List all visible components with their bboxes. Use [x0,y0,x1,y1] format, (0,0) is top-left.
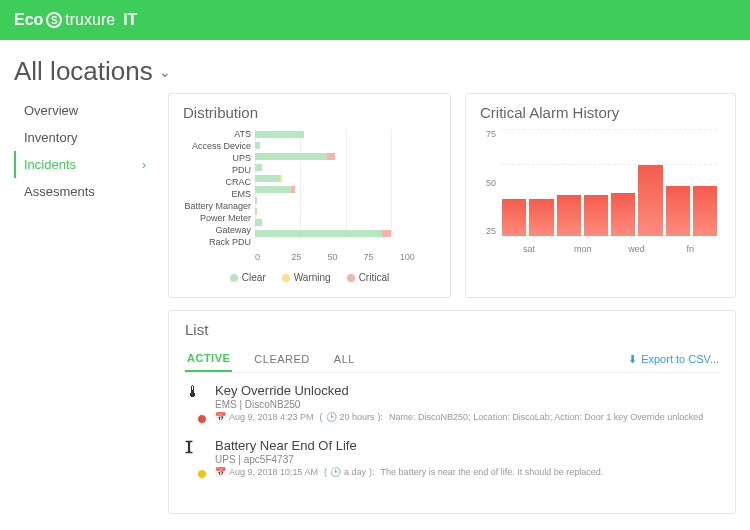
distribution-card: Distribution ATSAccess DeviceUPSPDUCRACE… [168,93,451,298]
dist-category-label: CRAC [225,177,251,188]
dist-bar [255,162,436,173]
alarm-bar [666,186,690,236]
dist-category-label: Power Meter [200,213,251,224]
dist-category-label: Access Device [192,141,251,152]
list-tabs: ACTIVE CLEARED ALL ⬇ Export to CSV... [185,346,719,373]
sidebar: Overview Inventory Incidents › Assesment… [14,93,154,205]
brand-suffix: IT [123,11,137,29]
legend-warning: Warning [294,272,331,283]
alarm-bar [638,165,662,236]
incident-sub: EMS | DiscoNB250 [215,399,719,410]
dist-bar [255,184,436,195]
dist-category-label: PDU [232,165,251,176]
alarm-history-title: Critical Alarm History [480,104,721,121]
dist-bar [255,206,436,217]
sidebar-item-inventory[interactable]: Inventory [14,124,154,151]
chevron-right-icon: › [142,158,146,172]
sidebar-item-label: Assesments [24,184,95,199]
brand-glyph-icon: S [46,12,62,28]
alarm-bar [584,195,608,236]
incident-title: Key Override Unlocked [215,383,719,398]
location-label: All locations [14,56,153,87]
brand-logo: Eco S truxure IT [14,11,137,29]
incident-sub: UPS | apc5F4737 [215,454,719,465]
sidebar-item-overview[interactable]: Overview [14,97,154,124]
clock-icon: 🕒 [330,467,341,477]
y-tick: 25 [480,226,496,236]
incident-meta: 📅Aug 9, 2018 10:15 AM (🕒 a day): The bat… [215,467,719,477]
dist-category-label: Gateway [215,225,251,236]
brand-post: truxure [65,11,115,29]
severity-badge-warning [197,469,207,479]
dist-bar [255,217,436,228]
incident-title: Battery Near End Of Life [215,438,719,453]
sidebar-item-incidents[interactable]: Incidents › [14,151,154,178]
incident-row[interactable]: ⵊ Battery Near End Of Life UPS | apc5F47… [185,428,719,483]
dist-category-label: EMS [231,189,251,200]
calendar-icon: 📅 [215,412,226,422]
export-csv-link[interactable]: ⬇ Export to CSV... [628,353,719,366]
distribution-title: Distribution [183,104,436,121]
x-tick: 50 [327,252,363,262]
alarm-bar [611,193,635,236]
tab-active[interactable]: ACTIVE [185,346,232,372]
x-tick: 25 [291,252,327,262]
alarm-bar [693,186,717,236]
sidebar-item-label: Inventory [24,130,77,145]
sidebar-item-assessments[interactable]: Assesments [14,178,154,205]
dist-bar [255,173,436,184]
dist-category-label: Rack PDU [209,237,251,248]
x-tick: sat [502,244,556,254]
x-tick: wed [610,244,664,254]
alarm-history-card: Critical Alarm History 75 50 25 [465,93,736,298]
alarm-bar [557,195,581,236]
incident-list-card: List ACTIVE CLEARED ALL ⬇ Export to CSV.… [168,310,736,514]
dist-bar [255,129,436,140]
location-selector[interactable]: All locations ⌄ [14,56,171,87]
top-bar: Eco S truxure IT [0,0,750,40]
sidebar-item-label: Incidents [24,157,76,172]
x-tick: 75 [364,252,400,262]
tab-cleared[interactable]: CLEARED [252,347,311,371]
y-tick: 50 [480,178,496,188]
list-title: List [185,321,719,338]
incident-meta: 📅Aug 9, 2018 4:23 PM (🕒 20 hours): Name:… [215,412,719,422]
tab-all[interactable]: ALL [332,347,357,371]
dist-bar [255,195,436,206]
distribution-legend: Clear Warning Critical [183,272,436,283]
thermometer-icon: 🌡 [185,383,205,422]
sidebar-item-label: Overview [24,103,78,118]
calendar-icon: 📅 [215,467,226,477]
x-tick: fri [663,244,717,254]
dist-bar [255,228,436,239]
dist-bar [255,140,436,151]
dist-category-label: UPS [232,153,251,164]
export-label: Export to CSV... [641,353,719,365]
legend-critical: Critical [359,272,390,283]
y-tick: 75 [480,129,496,139]
battery-icon: ⵊ [185,438,205,477]
dist-bar [255,151,436,162]
x-tick: 100 [400,252,436,262]
brand-pre: Eco [14,11,43,29]
dist-category-label: Battery Manager [184,201,251,212]
x-tick: 0 [255,252,291,262]
chevron-down-icon: ⌄ [159,64,171,80]
incident-row[interactable]: 🌡 Key Override Unlocked EMS | DiscoNB250… [185,373,719,428]
alarm-bar [502,199,526,236]
x-tick: mon [556,244,610,254]
download-icon: ⬇ [628,353,637,366]
clock-icon: 🕒 [326,412,337,422]
legend-clear: Clear [242,272,266,283]
severity-badge-critical [197,414,207,424]
alarm-history-chart: 75 50 25 satmonwedfri [480,129,721,254]
alarm-bar [529,199,553,236]
distribution-chart: ATSAccess DeviceUPSPDUCRACEMSBattery Man… [183,129,436,248]
dist-category-label: ATS [234,129,251,140]
